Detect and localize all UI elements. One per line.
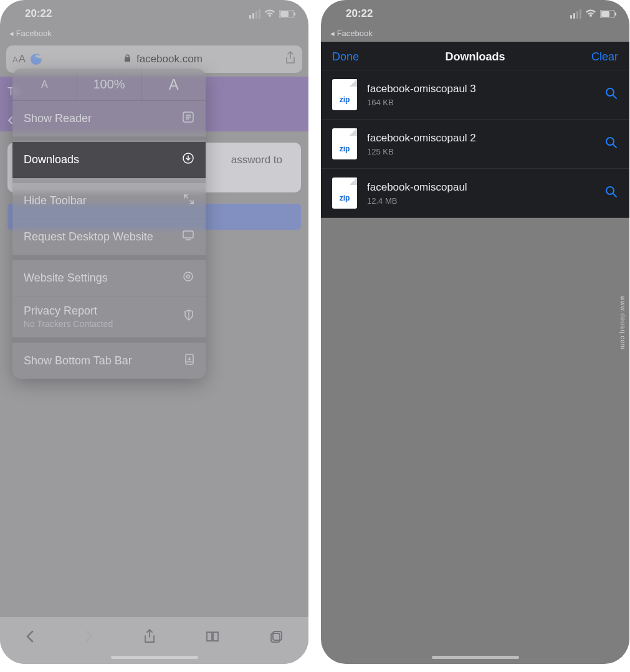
tabs-button[interactable]: [269, 630, 284, 646]
watermark: www.deuaq.com: [619, 296, 626, 349]
menu-show-bottom-tab-bar[interactable]: Show Bottom Tab Bar: [12, 343, 206, 379]
lock-icon: [124, 53, 131, 65]
svg-point-21: [606, 88, 614, 96]
svg-line-24: [613, 144, 616, 148]
share-icon[interactable]: [285, 51, 296, 67]
menu-website-settings[interactable]: Website Settings: [12, 260, 206, 296]
download-size: 125 KB: [367, 147, 594, 156]
zoom-out-button[interactable]: A: [12, 69, 77, 100]
reader-icon: [182, 111, 194, 126]
download-row[interactable]: zip facebook-omiscopaul 3 164 KB: [321, 70, 629, 120]
phone-screenshot-right: 20:22 ◂ Facebook Done Downloads Clear zi…: [321, 0, 629, 664]
download-name: facebook-omiscopaul 2: [367, 132, 594, 144]
downloads-title: Downloads: [446, 50, 505, 64]
svg-rect-20: [615, 12, 616, 16]
stop-reload-icon[interactable]: [31, 54, 42, 65]
shield-icon: [183, 309, 194, 324]
aa-menu: A 100% A Show Reader Downloads Hide Tool…: [12, 69, 206, 379]
menu-downloads[interactable]: Downloads: [12, 142, 206, 178]
svg-rect-1: [280, 11, 289, 17]
svg-rect-3: [125, 57, 130, 62]
app-breadcrumb[interactable]: ◂ Facebook: [321, 27, 629, 42]
svg-rect-2: [294, 12, 295, 16]
cellular-signal-icon: [570, 9, 581, 19]
reveal-in-files-icon[interactable]: [604, 185, 618, 201]
bookmarks-button[interactable]: [205, 630, 220, 646]
wifi-icon: [264, 9, 275, 18]
svg-point-25: [606, 187, 614, 194]
svg-rect-19: [601, 11, 609, 17]
download-size: 164 KB: [367, 98, 594, 107]
svg-point-23: [606, 138, 614, 145]
reveal-in-files-icon[interactable]: [604, 136, 618, 152]
zip-file-icon: zip: [332, 177, 357, 209]
home-indicator[interactable]: [111, 656, 198, 659]
svg-point-11: [184, 272, 193, 281]
svg-line-22: [613, 95, 616, 98]
download-name: facebook-omiscopaul 3: [367, 83, 594, 95]
svg-line-26: [613, 194, 616, 197]
menu-show-reader[interactable]: Show Reader: [12, 101, 206, 137]
status-bar: 20:22: [321, 0, 629, 27]
clock-time: 20:22: [25, 7, 52, 20]
menu-hide-toolbar[interactable]: Hide Toolbar: [12, 183, 206, 219]
dock-icon: [184, 353, 194, 369]
download-size: 12.4 MB: [367, 196, 594, 206]
download-icon: [182, 152, 194, 168]
downloads-panel: Done Downloads Clear zip facebook-omisco…: [321, 42, 629, 218]
svg-point-12: [187, 275, 190, 278]
app-breadcrumb[interactable]: ◂ Facebook: [0, 27, 308, 42]
gear-icon: [182, 270, 194, 286]
zoom-controls: A 100% A: [12, 69, 206, 101]
expand-icon: [183, 194, 194, 208]
forward-button[interactable]: [84, 630, 94, 646]
download-name: facebook-omiscopaul: [367, 181, 594, 194]
downloads-list: zip facebook-omiscopaul 3 164 KB zip fac…: [321, 70, 629, 218]
home-indicator[interactable]: [432, 656, 519, 659]
battery-icon: [279, 10, 296, 18]
card-text: assword to: [231, 154, 282, 166]
clock-time: 20:22: [346, 7, 373, 20]
phone-screenshot-left: 20:22 ◂ Facebook AA facebook.com Te: [0, 0, 308, 664]
wifi-icon: [585, 9, 596, 18]
url-text[interactable]: facebook.com: [42, 53, 285, 65]
download-row[interactable]: zip facebook-omiscopaul 2 125 KB: [321, 120, 629, 169]
monitor-icon: [182, 230, 194, 244]
zoom-in-button[interactable]: A: [141, 69, 206, 100]
zip-file-icon: zip: [332, 128, 357, 159]
zoom-level[interactable]: 100%: [77, 69, 142, 100]
menu-request-desktop[interactable]: Request Desktop Website: [12, 219, 206, 255]
svg-rect-9: [183, 231, 193, 238]
done-button[interactable]: Done: [332, 50, 359, 64]
downloads-header: Done Downloads Clear: [321, 42, 629, 70]
download-row[interactable]: zip facebook-omiscopaul 12.4 MB: [321, 169, 629, 218]
zip-file-icon: zip: [332, 79, 357, 110]
share-button[interactable]: [143, 628, 156, 647]
clear-button[interactable]: Clear: [591, 50, 618, 64]
aa-button[interactable]: AA: [12, 53, 26, 65]
reveal-in-files-icon[interactable]: [604, 87, 618, 103]
battery-icon: [600, 10, 617, 18]
cellular-signal-icon: [249, 9, 260, 19]
status-bar: 20:22: [0, 0, 308, 27]
back-button[interactable]: [25, 630, 35, 646]
menu-privacy-report[interactable]: Privacy Report No Trackers Contacted: [12, 296, 206, 338]
